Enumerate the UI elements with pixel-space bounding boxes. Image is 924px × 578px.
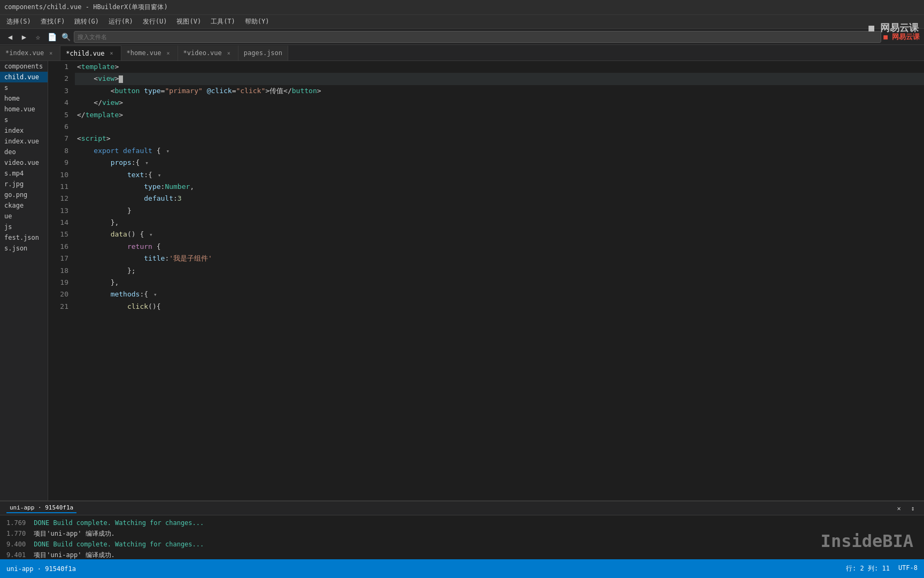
tab-index-vue[interactable]: *index.vue ×: [0, 45, 60, 60]
code-line-1: <template>: [75, 61, 924, 73]
line-numbers: 1 2 3 4 5 6 7 8 9 10 11 12 13 14 15 16 1…: [48, 61, 75, 500]
sidebar-item-video-vue[interactable]: video.vue: [0, 157, 48, 168]
menu-view[interactable]: 视图(V): [172, 16, 205, 27]
tab-child-vue[interactable]: *child.vue ×: [60, 45, 121, 60]
code-line-19: },: [75, 277, 924, 288]
line-num-6: 6: [52, 121, 68, 133]
line-num-16: 16: [52, 241, 68, 253]
sidebar-item-s2[interactable]: s: [0, 115, 48, 125]
sidebar-item-index[interactable]: index: [0, 125, 48, 136]
menu-select[interactable]: 选择(S): [2, 16, 35, 27]
code-line-13: }: [75, 205, 924, 217]
sidebar-item-js[interactable]: js: [0, 222, 48, 232]
title-bar: components/child.vue - HBuilderX(单项目窗体): [0, 0, 924, 15]
tab-pages-json[interactable]: pages.json: [238, 45, 288, 60]
sidebar-item-child-vue[interactable]: child.vue: [0, 72, 48, 82]
sidebar-item-home[interactable]: home: [0, 93, 48, 104]
status-bar: uni-app · 91540f1a 行: 2 列: 11 UTF-8: [0, 559, 924, 578]
sidebar-item-index-vue[interactable]: index.vue: [0, 136, 48, 147]
code-area: 1 2 3 4 5 6 7 8 9 10 11 12 13 14 15 16 1…: [48, 61, 924, 500]
tab-label: *home.vue: [127, 49, 161, 57]
line-num-11: 11: [52, 181, 68, 193]
sidebar-item-ckage[interactable]: ckage: [0, 200, 48, 211]
code-line-17: title:'我是子组件': [75, 253, 924, 264]
toolbar: ◀ ▶ ☆ 📄 🔍 ■ 网易云课: [0, 29, 924, 45]
code-line-11: type:Number,: [75, 181, 924, 193]
tab-label: *child.vue: [66, 50, 104, 57]
tab-close-home[interactable]: ×: [165, 49, 172, 57]
line-num-21: 21: [52, 301, 68, 313]
tab-close-video[interactable]: ×: [225, 49, 233, 57]
sidebar-item-s-json[interactable]: s.json: [0, 243, 48, 254]
back-button[interactable]: ◀: [4, 31, 16, 43]
code-line-5: </template>: [75, 109, 924, 121]
menu-jump[interactable]: 跳转(G): [70, 16, 103, 27]
status-row-col: 行: 2 列: 11: [846, 564, 890, 573]
menu-run[interactable]: 运行(R): [104, 16, 137, 27]
line-num-9: 9: [52, 157, 68, 169]
status-right: 行: 2 列: 11 UTF-8: [846, 564, 918, 573]
line-num-20: 20: [52, 288, 68, 300]
line-num-4: 4: [52, 97, 68, 109]
code-line-10: text:{ ▾: [75, 169, 924, 181]
line-num-3: 3: [52, 85, 68, 97]
code-line-4: </view>: [75, 97, 924, 109]
code-line-16: return {: [75, 241, 924, 253]
code-line-8: export default { ▾: [75, 145, 924, 157]
code-content: <template> <view> <button type="primary"…: [75, 61, 924, 500]
code-line-3: <button type="primary" @click="click">传值…: [75, 85, 924, 97]
search-input[interactable]: [74, 31, 881, 43]
console-line-4: 9.401 项目'uni-app' 编译成功.: [6, 550, 918, 559]
tab-video-vue[interactable]: *video.vue ×: [178, 45, 238, 60]
code-editor[interactable]: 1 2 3 4 5 6 7 8 9 10 11 12 13 14 15 16 1…: [48, 61, 924, 500]
sidebar-item-deo[interactable]: deo: [0, 147, 48, 157]
code-line-21: click(){: [75, 301, 924, 313]
sidebar-item-mp4[interactable]: s.mp4: [0, 168, 48, 179]
main-layout: components child.vue s home home.vue s i…: [0, 61, 924, 500]
file-button[interactable]: 📄: [46, 31, 58, 43]
sidebar-item-png[interactable]: go.png: [0, 189, 48, 200]
line-num-17: 17: [52, 253, 68, 264]
line-num-1: 1: [52, 61, 68, 73]
code-line-9: props:{ ▾: [75, 157, 924, 169]
tab-close-child[interactable]: ×: [108, 50, 116, 57]
menu-find[interactable]: 查找(F): [36, 16, 70, 27]
console-content: 1.769 DONE Build complete. Watching for …: [0, 515, 924, 559]
sidebar-item-s[interactable]: s: [0, 82, 48, 93]
search-button[interactable]: 🔍: [60, 31, 72, 43]
menu-help[interactable]: 帮助(Y): [241, 16, 274, 27]
forward-button[interactable]: ▶: [18, 31, 30, 43]
console-line-3: 9.400 DONE Build complete. Watching for …: [6, 539, 918, 550]
line-num-14: 14: [52, 217, 68, 229]
sidebar-item-jpg[interactable]: r.jpg: [0, 179, 48, 189]
code-line-2: <view>: [75, 73, 924, 85]
tab-home-vue[interactable]: *home.vue ×: [121, 45, 178, 60]
sidebar-item-fest[interactable]: fest.json: [0, 232, 48, 243]
console-line-2: 1.770 项目'uni-app' 编译成功.: [6, 528, 918, 539]
title-text: components/child.vue - HBuilderX(单项目窗体): [4, 3, 168, 12]
line-num-12: 12: [52, 193, 68, 204]
code-line-18: };: [75, 265, 924, 277]
bookmark-button[interactable]: ☆: [32, 31, 44, 43]
code-line-7: <script>: [75, 133, 924, 144]
menu-publish[interactable]: 发行(U): [138, 16, 172, 27]
status-branch: uni-app · 91540f1a: [6, 565, 76, 573]
console-line-1: 1.769 DONE Build complete. Watching for …: [6, 518, 918, 528]
sidebar-item-ue[interactable]: ue: [0, 211, 48, 222]
console-clear-button[interactable]: ✕: [894, 504, 904, 513]
menu-tools[interactable]: 工具(T): [206, 16, 240, 27]
line-num-7: 7: [52, 133, 68, 144]
tab-label: pages.json: [244, 49, 282, 57]
console-scroll-button[interactable]: ↕: [908, 504, 918, 513]
sidebar-item-components[interactable]: components: [0, 61, 48, 72]
console-tab[interactable]: uni-app · 91540f1a: [6, 503, 76, 513]
console-panel: uni-app · 91540f1a ✕ ↕ 1.769 DONE Build …: [0, 500, 924, 559]
status-encoding: UTF-8: [898, 564, 918, 573]
tab-close-index[interactable]: ×: [47, 49, 55, 57]
console-header: uni-app · 91540f1a ✕ ↕: [0, 501, 924, 515]
code-line-20: methods:{ ▾: [75, 288, 924, 300]
tab-label: *video.vue: [183, 49, 222, 57]
line-num-2: 2: [52, 73, 68, 85]
sidebar: components child.vue s home home.vue s i…: [0, 61, 48, 500]
sidebar-item-home-vue[interactable]: home.vue: [0, 104, 48, 115]
